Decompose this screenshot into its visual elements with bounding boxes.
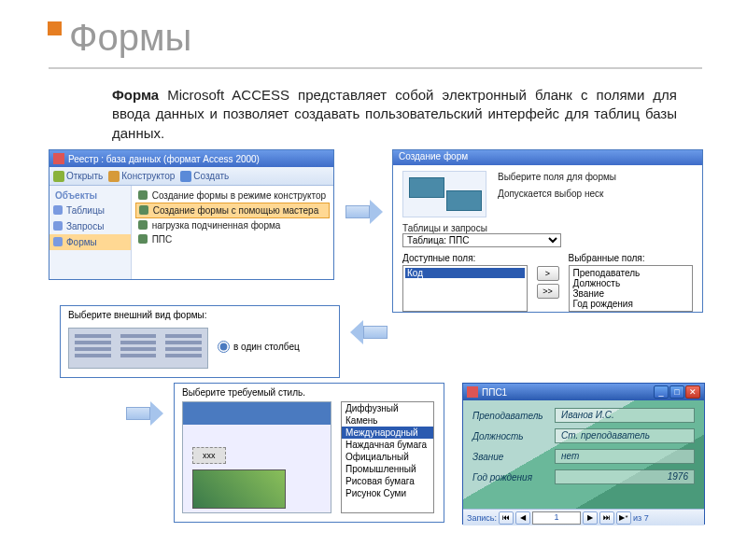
sidebar-header: Объекты: [49, 189, 131, 203]
field-item[interactable]: Год рождения: [571, 299, 691, 309]
sidebar-item-forms[interactable]: Формы: [49, 234, 131, 250]
list-item[interactable]: Создание формы с помощью мастера: [135, 203, 330, 218]
table-select[interactable]: Таблица: ППС: [402, 233, 561, 247]
db-window-titlebar: Реестр : база данных (формат Access 2000…: [49, 150, 333, 167]
preview-label: xxx: [192, 447, 226, 464]
wizard-hint2: Допускается выбор неск: [498, 188, 693, 201]
add-all-button[interactable]: >>: [537, 284, 559, 299]
db-window: Реестр : база данных (формат Access 2000…: [49, 149, 334, 280]
arrow-left-1: [350, 320, 388, 344]
field-value[interactable]: Иванов И.С.: [555, 408, 695, 423]
wizard-titlebar: Создание форм: [393, 150, 702, 165]
sidebar-item-queries[interactable]: Запросы: [49, 218, 131, 234]
design-icon: [108, 171, 120, 182]
field-label: Год рождения: [472, 472, 555, 483]
pps-title: ППС1: [482, 387, 507, 398]
create-icon: [180, 171, 191, 182]
list-item[interactable]: Создание формы в режиме конструктор: [135, 189, 330, 203]
design-label: Конструктор: [121, 171, 175, 181]
field-value[interactable]: Ст. преподаватель: [555, 428, 695, 443]
body-text: Форма Microsoft ACCESS представляет собо…: [112, 86, 677, 143]
add-field-button[interactable]: >: [537, 266, 559, 281]
pps-titlebar: ППС1 _ □ ✕: [463, 384, 704, 400]
field-label: Преподаватель: [472, 411, 555, 421]
style-prompt: Выберите требуемый стиль.: [182, 387, 436, 398]
last-record-button[interactable]: ⏭: [599, 511, 614, 525]
wizard-illustration: [402, 171, 486, 217]
style-item[interactable]: Международный: [342, 427, 433, 439]
first-record-button[interactable]: ⏮: [499, 511, 514, 525]
field-item[interactable]: Код: [405, 268, 525, 278]
field-value[interactable]: 1976: [555, 469, 695, 484]
style-step-window: Выберите требуемый стиль. xxx Диффузный …: [174, 383, 444, 523]
accent-square: [48, 21, 62, 35]
field-label: Должность: [472, 431, 555, 441]
slide-title: Формы: [69, 17, 191, 59]
title-underline: [49, 67, 702, 69]
field-item[interactable]: Звание: [571, 288, 691, 299]
design-button[interactable]: Конструктор: [108, 171, 175, 182]
list-item[interactable]: ППС: [135, 232, 330, 246]
layout-preview: [68, 328, 208, 369]
style-item[interactable]: Рисовая бумага: [342, 475, 433, 487]
layout-step-window: Выберите внешний вид формы: в один столб…: [60, 305, 340, 378]
field-item[interactable]: Преподаватель: [571, 268, 691, 278]
db-window-title: Реестр : база данных (формат Access 2000…: [68, 154, 260, 164]
field-label: Звание: [472, 452, 555, 462]
forms-list: Создание формы в режиме конструктор Созд…: [132, 186, 333, 279]
style-item[interactable]: Камень: [342, 414, 433, 427]
list-item[interactable]: нагрузка подчиненная форма: [135, 218, 330, 232]
layout-prompt: Выберите внешний вид формы:: [68, 310, 331, 320]
registry-icon: [53, 153, 64, 164]
selected-label: Выбранные поля:: [569, 253, 694, 263]
create-label: Создать: [193, 171, 229, 181]
new-record-button[interactable]: ▶*: [616, 511, 631, 525]
open-button[interactable]: Открыть: [53, 171, 103, 182]
field-value[interactable]: нет: [555, 449, 695, 464]
record-navigator: Запись: ⏮ ◀ 1 ▶ ⏭ ▶* из 7: [463, 509, 704, 525]
single-column-radio-input[interactable]: [218, 341, 230, 353]
preview-thumb: [192, 469, 286, 509]
maximize-button[interactable]: □: [669, 385, 684, 399]
style-item[interactable]: Диффузный: [342, 402, 433, 414]
body-strong: Форма: [112, 87, 159, 103]
pps-form-window: ППС1 _ □ ✕ ПреподавательИванов И.С. Долж…: [462, 383, 705, 525]
field-item[interactable]: Должность: [571, 278, 691, 288]
style-item[interactable]: Промышленный: [342, 463, 433, 475]
style-item[interactable]: Официальный: [342, 451, 433, 463]
single-column-radio[interactable]: в один столбец: [218, 341, 300, 353]
style-preview: xxx: [182, 401, 331, 513]
sidebar-item-tables[interactable]: Таблицы: [49, 203, 131, 218]
open-icon: [53, 171, 64, 182]
record-pos[interactable]: 1: [532, 511, 581, 525]
style-item[interactable]: Наждачная бумага: [342, 439, 433, 451]
arrow-right-2: [126, 401, 163, 426]
arrow-right-1: [345, 200, 383, 224]
objects-sidebar: Объекты Таблицы Запросы Формы: [49, 186, 132, 279]
form-wizard-window: Создание форм Выберите поля для формы До…: [392, 149, 703, 313]
form-body: ПреподавательИванов И.С. ДолжностьСт. пр…: [463, 400, 704, 509]
style-item[interactable]: Рисунок Суми: [342, 487, 433, 499]
next-record-button[interactable]: ▶: [583, 511, 598, 525]
create-button[interactable]: Создать: [180, 171, 229, 182]
wizard-hint1: Выберите поля для формы: [498, 171, 693, 184]
selected-fields-list[interactable]: Преподаватель Должность Звание Год рожде…: [569, 265, 694, 312]
record-label: Запись:: [467, 513, 497, 523]
style-list[interactable]: Диффузный Камень Международный Наждачная…: [341, 401, 434, 513]
open-label: Открыть: [66, 171, 103, 181]
close-button[interactable]: ✕: [685, 385, 700, 399]
avail-label: Доступные поля:: [402, 253, 528, 263]
minimize-button[interactable]: _: [654, 385, 669, 399]
avail-fields-list[interactable]: Код: [402, 265, 528, 312]
form-icon: [467, 386, 478, 398]
tables-label: Таблицы и запросы: [402, 223, 693, 233]
single-column-label: в один столбец: [233, 342, 300, 352]
db-toolbar: Открыть Конструктор Создать: [49, 167, 333, 186]
body-rest: Microsoft ACCESS представляет собой элек…: [112, 87, 677, 141]
record-total: из 7: [633, 513, 649, 523]
prev-record-button[interactable]: ◀: [515, 511, 530, 525]
